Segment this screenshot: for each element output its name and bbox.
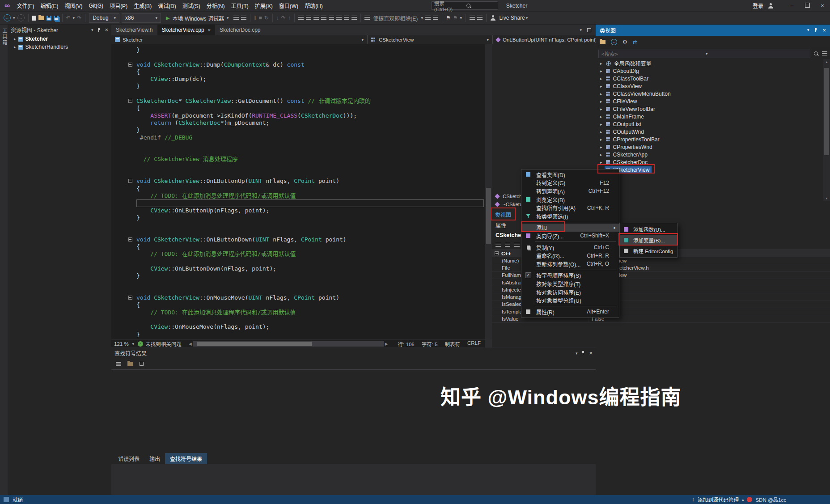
clear-icon[interactable] [140, 362, 144, 366]
editor-tab[interactable]: SketcherDoc.cpp [215, 25, 265, 35]
classview-tree-item[interactable]: ▸CClassToolBar [596, 75, 830, 82]
step-out-button[interactable]: ↑ [288, 15, 291, 21]
collapse-icon[interactable] [495, 251, 499, 255]
chevron-down-icon[interactable]: ▾ [132, 342, 135, 346]
attach-to-process-button[interactable] [233, 16, 239, 20]
classview-tree-item[interactable]: ▸CClassView [596, 82, 830, 90]
undo-chevron-icon[interactable]: ▾ [73, 16, 75, 20]
menu-item[interactable]: 视图(V) [61, 0, 85, 11]
editor-tab[interactable]: SketcherView.cpp× [157, 25, 216, 35]
step-into-button[interactable]: ↓ [276, 15, 279, 21]
background-tasks-icon[interactable] [4, 497, 9, 502]
maximize-button[interactable] [800, 3, 815, 9]
close-icon[interactable]: × [105, 27, 108, 33]
indent-mode[interactable]: 制表符 [445, 340, 460, 347]
scroll-down-icon[interactable]: ▾ [826, 196, 827, 200]
alphabetical-icon[interactable] [505, 243, 510, 247]
search-icon[interactable] [813, 51, 819, 56]
project-dropdown[interactable]: Sketcher ▾ [111, 35, 368, 44]
context-menu-item[interactable]: 属性(R)Alt+Enter [521, 308, 619, 316]
undo-button[interactable]: ↶ [66, 15, 71, 21]
pause-button[interactable]: ‖ [254, 15, 256, 21]
line-ending[interactable]: CRLF [467, 340, 481, 347]
scroll-left-icon[interactable]: ◀ [189, 342, 192, 346]
code-editor[interactable]: }void CSketcherView::Dump(CDumpContext& … [111, 44, 485, 339]
group-icon[interactable] [127, 362, 133, 366]
context-menu-item[interactable]: 查找所有引用(A)Ctrl+K, R [521, 203, 619, 212]
context-menu-item[interactable]: 浏览定义(B) [521, 195, 619, 204]
class-view-tab[interactable]: 类视图 [492, 209, 514, 220]
expand-chevron-icon[interactable]: ▸ [14, 37, 16, 41]
classview-tree-item[interactable]: ▸CSketcherView [596, 166, 830, 174]
sync-icon[interactable]: ⇄ [633, 39, 637, 45]
classview-tree-item[interactable]: ▸CPropertiesToolBar [596, 136, 830, 143]
categorized-icon[interactable] [495, 243, 501, 247]
previous-bookmark-button[interactable]: ⚑ [453, 15, 458, 21]
classview-tree-item[interactable]: ▸CFileView [596, 97, 830, 105]
window-position-icon[interactable]: ▾ [807, 28, 809, 32]
solution-platform-dropdown[interactable]: x86▾ [122, 13, 161, 23]
context-menu-item[interactable]: 按类型筛选(I) [521, 212, 619, 220]
quick-search-input[interactable]: 搜索 (Ctrl+Q) [431, 1, 498, 10]
scroll-up-icon[interactable]: ▴ [826, 60, 827, 64]
diagnostics-button[interactable] [477, 16, 483, 20]
context-menu-item[interactable]: ✓按字母顺序排序(S) [521, 271, 619, 280]
expand-chevron-icon[interactable]: ▸ [600, 84, 602, 89]
context-menu-item[interactable]: 转到定义(G)F12 [521, 179, 619, 187]
menu-item[interactable]: 生成(B) [131, 0, 155, 11]
property-pages-icon[interactable] [514, 243, 520, 247]
classview-tree-item[interactable]: ▸CSketcherDoc [596, 158, 830, 166]
menu-item[interactable]: Git(G) [85, 1, 106, 11]
zoom-level[interactable]: 121 % [114, 341, 129, 347]
navigate-button[interactable] [306, 16, 311, 20]
menu-item[interactable]: 窗口(W) [276, 0, 301, 11]
context-menu-item[interactable]: 重命名(R)...Ctrl+R, R [521, 251, 619, 260]
expand-chevron-icon[interactable]: ▸ [600, 130, 602, 134]
toolbar-button[interactable] [344, 16, 349, 20]
classview-tree-item[interactable]: ▸CClassViewMenuButton [596, 90, 830, 97]
save-button[interactable] [47, 16, 51, 21]
submenu-item[interactable]: 新建 EditorConfig [620, 246, 677, 256]
toolbar-button[interactable] [241, 16, 246, 20]
submenu-item[interactable]: 添加变量(B)... [620, 235, 677, 246]
expand-chevron-icon[interactable]: ▸ [600, 69, 602, 73]
fold-collapse-icon[interactable] [128, 99, 132, 103]
uncomment-button[interactable] [321, 16, 326, 20]
close-button[interactable]: × [815, 3, 830, 9]
scroll-right-icon[interactable]: ▶ [385, 342, 388, 346]
back-icon[interactable]: ← [611, 39, 617, 45]
class-view-scrollbar[interactable]: ▴ ▾ [823, 59, 830, 201]
expand-chevron-icon[interactable]: ▸ [600, 152, 602, 157]
resource-tree-item[interactable]: ▸Sketcher [8, 35, 111, 43]
submenu-item[interactable]: 添加函数(U)... [620, 224, 677, 235]
window-position-icon[interactable]: ▾ [576, 351, 578, 356]
pin-icon[interactable] [813, 28, 818, 33]
redo-button[interactable]: ↷ [77, 15, 81, 21]
expand-chevron-icon[interactable]: ▸ [600, 107, 602, 111]
add-to-source-control-button[interactable]: 添加到源代码管理 [698, 496, 739, 503]
context-menu-item[interactable]: 添加▸ [521, 224, 619, 232]
expand-chevron-icon[interactable]: ▸ [600, 61, 602, 66]
minimize-button[interactable]: – [784, 3, 800, 9]
code-map-button[interactable] [470, 16, 475, 20]
resource-view-header[interactable]: 资源视图 - Sketcher ▾ × [8, 25, 111, 35]
editor-vertical-scrollbar[interactable] [485, 44, 492, 339]
menu-item[interactable]: 分析(N) [203, 0, 228, 11]
classview-tree-item[interactable]: ▸全局函数和变量 [596, 59, 830, 67]
context-menu-item[interactable]: 转到声明(A)Ctrl+F12 [521, 187, 619, 195]
bookmark-button[interactable]: ⚑ [446, 15, 451, 21]
expand-chevron-icon[interactable]: ▸ [600, 137, 602, 142]
window-layout-icon[interactable] [587, 28, 591, 32]
menu-item[interactable]: 测试(S) [179, 0, 203, 11]
member-dropdown[interactable]: OnLButtonUp(UINT nFlags, CPoint point) ▾ [493, 35, 596, 44]
context-menu-item[interactable]: 按对象类型分组(U) [521, 296, 619, 305]
comment-button[interactable] [313, 16, 319, 20]
context-menu-item[interactable]: 按对象访问排序(E) [521, 288, 619, 296]
indent-button[interactable] [329, 16, 334, 20]
toolbar-button[interactable] [425, 16, 431, 20]
expand-chevron-icon[interactable]: ▸ [600, 145, 602, 149]
scrollbar-thumb[interactable] [486, 188, 491, 244]
class-view-search-input[interactable]: <搜索> ▾ [598, 50, 810, 58]
classview-tree-item[interactable]: ▸CPropertiesWnd [596, 143, 830, 151]
find-in-files-button[interactable] [298, 16, 304, 20]
